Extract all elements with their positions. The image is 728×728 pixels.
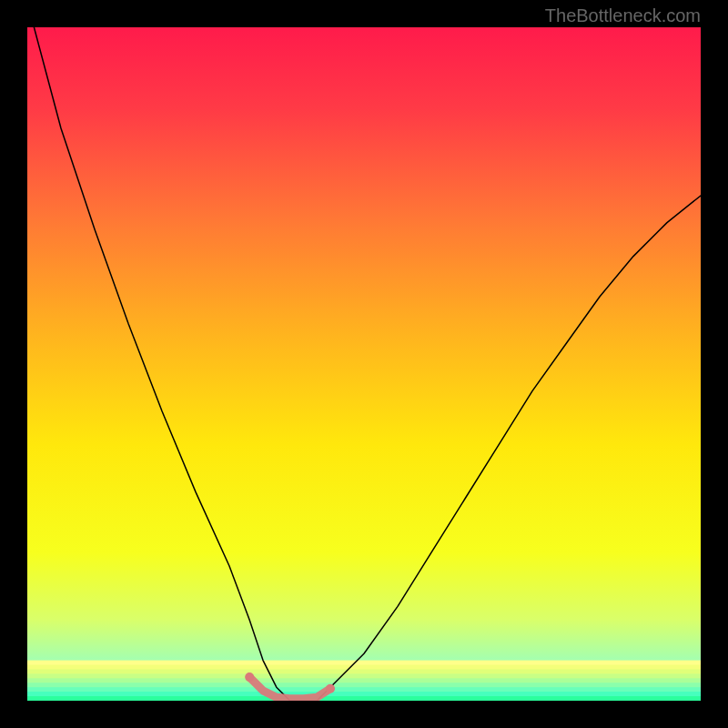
- outer-frame: TheBottleneck.com: [0, 0, 728, 728]
- svg-rect-2: [27, 665, 701, 671]
- svg-rect-4: [27, 673, 701, 679]
- svg-rect-0: [27, 27, 701, 701]
- svg-point-10: [245, 672, 254, 682]
- svg-rect-9: [27, 696, 701, 701]
- svg-rect-8: [27, 692, 701, 697]
- watermark-text: TheBottleneck.com: [545, 5, 701, 26]
- svg-rect-3: [27, 669, 701, 674]
- svg-point-11: [326, 684, 335, 693]
- svg-rect-7: [27, 687, 701, 693]
- chart-svg: [27, 27, 701, 701]
- svg-rect-5: [27, 678, 701, 683]
- svg-rect-6: [27, 682, 701, 688]
- svg-rect-1: [27, 661, 701, 666]
- plot-area: [27, 27, 701, 701]
